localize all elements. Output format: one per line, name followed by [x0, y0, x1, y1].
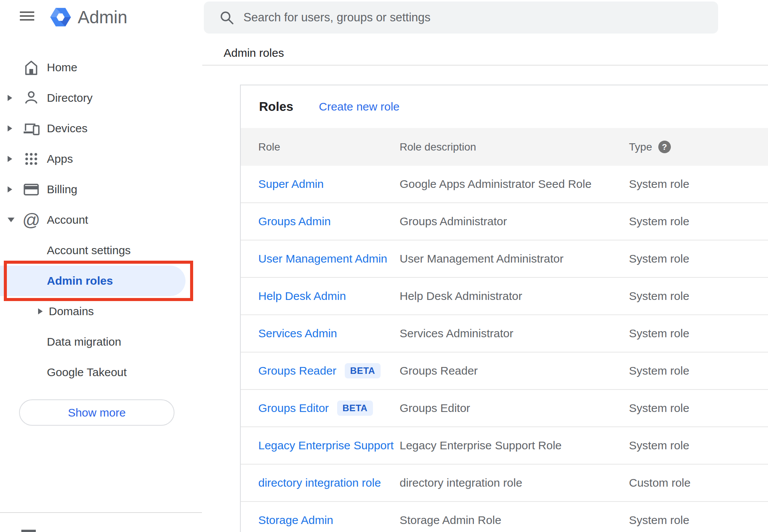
show-more-button[interactable]: Show more [19, 399, 174, 426]
role-description: Storage Admin Role [400, 514, 629, 527]
table-row: Groups Reader BETA Groups Reader System … [241, 353, 768, 390]
help-icon[interactable]: ? [658, 141, 671, 153]
sidebar-item-devices[interactable]: Devices [0, 113, 202, 144]
role-link[interactable]: directory integration role [258, 476, 381, 489]
table-header-row: Role Role description Type ? [241, 128, 768, 166]
role-link[interactable]: Services Admin [258, 327, 337, 340]
role-link[interactable]: Groups Reader [258, 364, 336, 377]
role-link[interactable]: Super Admin [258, 178, 324, 191]
role-type: System role [629, 290, 768, 303]
table-body: Super Admin Google Apps Administrator Se… [241, 166, 768, 532]
menu-hamburger-icon[interactable] [20, 11, 34, 21]
role-link[interactable]: Groups Admin [258, 215, 331, 228]
table-row: Help Desk Admin Help Desk Administrator … [241, 278, 768, 315]
collapse-arrow-icon[interactable] [8, 218, 14, 222]
search-icon [218, 9, 235, 26]
table-row: Groups Editor BETA Groups Editor System … [241, 390, 768, 427]
sidebar-item-label: Account settings [47, 244, 131, 257]
create-new-role-link[interactable]: Create new role [319, 100, 400, 113]
sidebar-item-home[interactable]: Home [0, 52, 202, 83]
table-row: directory integration role directory int… [241, 465, 768, 502]
role-link[interactable]: Legacy Enterprise Support [258, 439, 394, 452]
sidebar-item-apps[interactable]: Apps [0, 144, 202, 174]
sidebar-item-account-settings[interactable]: Account settings [0, 235, 202, 266]
role-description: Groups Reader [400, 364, 629, 377]
role-description: Services Administrator [400, 327, 629, 340]
roles-card: Roles Create new role Role Role descript… [240, 85, 768, 532]
role-link[interactable]: Groups Editor [258, 402, 329, 415]
breadcrumb-divider [202, 65, 768, 66]
table-row: Groups Admin Groups Administrator System… [241, 203, 768, 240]
beta-badge: BETA [337, 401, 373, 416]
billing-card-icon [22, 180, 40, 199]
panel-title: Roles [259, 99, 293, 114]
role-description: Google Apps Administrator Seed Role [400, 178, 629, 191]
sidebar-item-google-takeout[interactable]: Google Takeout [0, 357, 202, 388]
expand-arrow-icon[interactable] [8, 95, 12, 101]
role-type: System role [629, 364, 768, 377]
role-description: User Management Administrator [400, 252, 629, 265]
search-input[interactable] [243, 11, 718, 24]
role-type: System role [629, 439, 768, 452]
sidebar-item-label: Account [47, 213, 88, 226]
person-icon [22, 89, 40, 107]
sidebar-item-account[interactable]: @ Account [0, 205, 202, 235]
sidebar-item-label: Domains [49, 305, 94, 318]
sidebar-item-label: Google Takeout [47, 366, 127, 379]
roles-card-header: Roles Create new role [241, 85, 768, 128]
role-description: Groups Editor [400, 402, 629, 415]
role-type: System role [629, 327, 768, 340]
column-header-type: Type [629, 141, 652, 153]
table-row: Storage Admin Storage Admin Role System … [241, 502, 768, 532]
search-bar[interactable] [204, 2, 718, 34]
table-row: Legacy Enterprise Support Legacy Enterpr… [241, 427, 768, 465]
sidebar-item-label: Devices [47, 122, 88, 135]
role-type: System role [629, 402, 768, 415]
sidebar-nav: Home Directory Devices Apps [0, 52, 202, 388]
expand-arrow-icon[interactable] [38, 308, 43, 314]
column-header-role: Role [258, 141, 400, 153]
table-row: Super Admin Google Apps Administrator Se… [241, 166, 768, 203]
role-type: System role [629, 252, 768, 265]
admin-logo-icon [50, 6, 72, 28]
sidebar-item-label: Data migration [47, 335, 121, 348]
table-row: Services Admin Services Administrator Sy… [241, 315, 768, 353]
expand-arrow-icon[interactable] [8, 186, 12, 192]
sidebar-item-admin-roles[interactable]: Admin roles [0, 266, 202, 296]
sidebar-item-label: Billing [47, 183, 77, 196]
table-row: User Management Admin User Management Ad… [241, 240, 768, 278]
role-description: directory integration role [400, 476, 629, 489]
apps-grid-icon [22, 150, 40, 168]
role-description: Legacy Enterprise Support Role [400, 439, 629, 452]
beta-badge: BETA [345, 363, 381, 378]
sidebar-item-directory[interactable]: Directory [0, 83, 202, 113]
home-icon [22, 58, 40, 77]
role-link[interactable]: Help Desk Admin [258, 290, 346, 303]
sidebar-item-label: Apps [47, 152, 73, 165]
role-type: Custom role [629, 476, 768, 489]
devices-icon [22, 119, 40, 138]
sidebar-item-label: Admin roles [47, 274, 113, 287]
partial-bottom-icon [21, 530, 36, 532]
column-header-description: Role description [400, 141, 629, 153]
sidebar-divider [0, 512, 202, 513]
role-link[interactable]: Storage Admin [258, 514, 333, 527]
role-link[interactable]: User Management Admin [258, 252, 387, 265]
sidebar-item-label: Directory [47, 91, 93, 104]
app-title: Admin [78, 7, 127, 27]
admin-console-screen: Admin Admin roles Home Directory [0, 0, 768, 532]
account-at-icon: @ [22, 211, 40, 229]
role-type: System role [629, 215, 768, 228]
expand-arrow-icon[interactable] [8, 125, 12, 131]
role-description: Groups Administrator [400, 215, 629, 228]
sidebar-item-data-migration[interactable]: Data migration [0, 327, 202, 357]
sidebar-item-label: Home [47, 61, 77, 74]
role-type: System role [629, 178, 768, 191]
role-type: System role [629, 514, 768, 527]
sidebar-item-domains[interactable]: Domains [0, 296, 202, 327]
expand-arrow-icon[interactable] [8, 156, 12, 162]
role-description: Help Desk Administrator [400, 290, 629, 303]
sidebar-item-billing[interactable]: Billing [0, 174, 202, 205]
breadcrumb: Admin roles [224, 46, 284, 60]
show-more-label: Show more [68, 406, 126, 419]
